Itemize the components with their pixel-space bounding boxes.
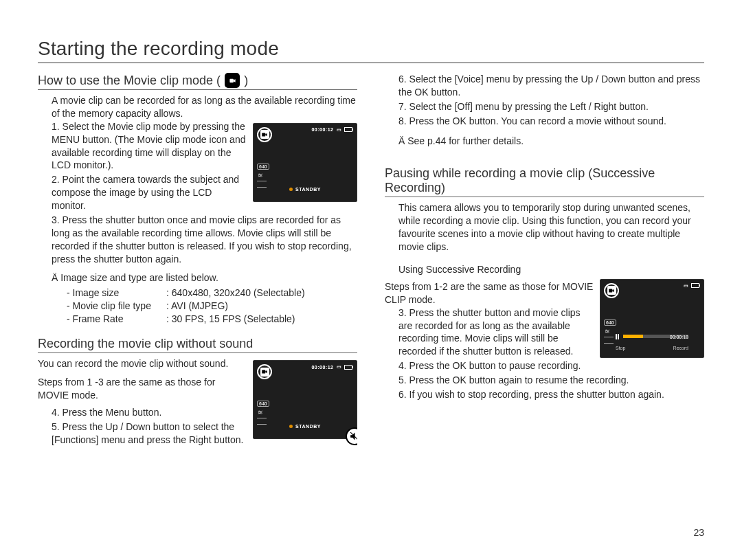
successive-step4: 4. Press the OK button to pause recordin… — [385, 359, 704, 372]
bracket-icon — [257, 418, 267, 425]
spec-file-type-val: : AVI (MJPEG) — [166, 300, 228, 313]
successive-step6: 6. If you wish to stop recording, press … — [385, 388, 704, 401]
spec-list: - Image size : 640x480, 320x240 (Selecta… — [38, 287, 357, 326]
lcd-status: STANDBY — [295, 187, 321, 192]
right-column: 6. Select the [Voice] menu by pressing t… — [385, 73, 704, 447]
section-heading-no-sound: Recording the movie clip without sound — [38, 337, 357, 353]
page-number: 23 — [693, 527, 704, 538]
left-column: How to use the Movie clip mode ( ) A mov… — [38, 73, 357, 447]
mode-circle-icon — [257, 127, 272, 142]
record-dot-icon — [289, 188, 293, 191]
lcd-preview-1: 00:00:12 ▭ 640 ≋ STANDBY — [253, 123, 357, 202]
using-successive-subhead: Using Successive Recording — [385, 263, 704, 276]
lcd-preview-3: ▭ 640 ≋ 00:00:18 — [600, 279, 704, 358]
card-icon: ▭ — [684, 283, 689, 289]
section-successive-recording: Pausing while recording a movie clip (Su… — [385, 166, 704, 402]
specs-note: Image size and type are listed below. — [38, 271, 357, 284]
intro-text: A movie clip can be recorded for as long… — [38, 94, 357, 120]
page-title: Starting the recording mode — [38, 38, 704, 63]
section-heading-movie-clip: How to use the Movie clip mode ( ) — [38, 73, 357, 90]
battery-icon — [344, 365, 352, 370]
section-without-sound: Recording the movie clip without sound 0… — [38, 337, 357, 447]
svg-rect-2 — [262, 370, 265, 374]
card-icon: ▭ — [337, 364, 342, 370]
video-icon — [607, 286, 616, 295]
section-nosound-continued: 6. Select the [Voice] menu by pressing t… — [385, 73, 704, 147]
see-also-note: See p.44 for further details. — [385, 135, 704, 148]
section-movie-clip-mode: How to use the Movie clip mode ( ) A mov… — [38, 73, 357, 326]
lcd-stop-label: Stop — [616, 346, 625, 350]
video-icon — [260, 130, 269, 139]
nosound-step8: 8. Press the OK button. You can record a… — [385, 115, 704, 128]
heading-text-pre: How to use the Movie clip mode ( — [38, 74, 221, 88]
lcd-size: 640 — [257, 164, 269, 170]
spec-frame-rate-label: - Frame Rate — [67, 313, 166, 326]
lcd-preview-2: 00:00:12 ▭ 640 ≋ STANDBY — [253, 360, 357, 439]
spec-image-size-label: - Image size — [67, 287, 166, 300]
frame-rate-icon: ≋ — [257, 172, 264, 179]
mode-circle-icon — [257, 364, 272, 379]
mode-circle-icon — [604, 283, 619, 298]
section-heading-pausing: Pausing while recording a movie clip (Su… — [385, 166, 704, 197]
record-dot-icon — [289, 425, 293, 428]
svg-rect-4 — [609, 289, 612, 292]
spec-file-type-label: - Movie clip ﬁle type — [67, 300, 166, 313]
nosound-step6: 6. Select the [Voice] menu by pressing t… — [385, 73, 704, 99]
lcd-record-label: Record — [673, 346, 688, 350]
video-icon — [260, 368, 269, 377]
card-icon: ▭ — [337, 127, 342, 133]
lcd-size: 640 — [604, 320, 616, 326]
movie-clip-icon — [225, 73, 240, 88]
bracket-icon — [257, 181, 267, 188]
spec-frame-rate-val: : 30 FPS, 15 FPS (Selectable) — [166, 313, 295, 326]
frame-rate-icon: ≋ — [257, 409, 264, 416]
battery-icon — [691, 283, 699, 288]
pause-icon — [616, 334, 619, 339]
heading-text-post: ) — [244, 74, 248, 88]
svg-rect-1 — [262, 133, 265, 136]
pausing-intro: This camera allows you to temporarily st… — [385, 201, 704, 254]
spec-image-size-val: : 640x480, 320x240 (Selectable) — [166, 287, 305, 300]
successive-step5: 5. Press the OK button again to resume t… — [385, 374, 704, 387]
lcd-time: 00:00:12 — [311, 365, 333, 370]
lcd-time: 00:00:12 — [311, 127, 333, 132]
step-3: 3. Press the shutter button once and mov… — [38, 214, 357, 266]
bracket-icon — [604, 337, 614, 344]
two-column-layout: How to use the Movie clip mode ( ) A mov… — [38, 73, 704, 447]
svg-rect-0 — [229, 78, 234, 82]
lcd-time: 00:00:18 — [670, 335, 688, 339]
battery-icon — [344, 127, 352, 132]
frame-rate-icon: ≋ — [604, 328, 611, 335]
lcd-status: STANDBY — [295, 424, 321, 429]
lcd-size: 640 — [257, 401, 269, 407]
nosound-step7: 7. Select the [Off] menu by pressing the… — [385, 100, 704, 113]
